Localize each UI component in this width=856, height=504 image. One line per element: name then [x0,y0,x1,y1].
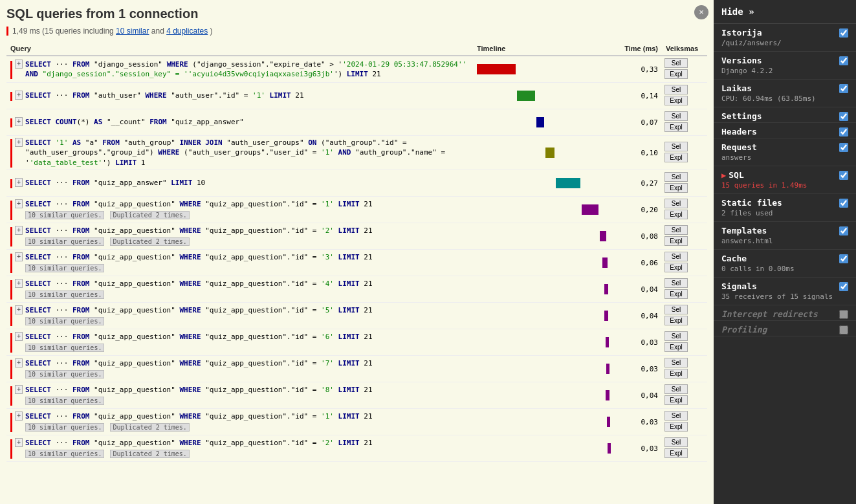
sidebar-item-cache[interactable]: Cache0 calls in 0.00ms [714,250,856,278]
sidebar-item-header-sql[interactable]: ▶SQL [714,166,856,181]
expl-button[interactable]: Expl [664,342,688,352]
sidebar-checkbox-versions[interactable] [839,56,848,65]
sel-button[interactable]: Sel [664,358,688,367]
expand-button[interactable]: + [15,252,23,261]
similar-dup-note: 10 similar queries. Duplicated 2 times. [25,237,469,247]
sidebar-item-sql[interactable]: ▶SQL15 queries in 1.49ms [714,166,856,194]
sidebar-item-header-intercept_redirects[interactable]: Intercept redirects [714,305,856,320]
sidebar-item-static_files[interactable]: Static files2 files used [714,194,856,222]
sel-button[interactable]: Sel [664,252,688,261]
expand-button[interactable]: + [15,305,23,314]
sidebar-item-laikas[interactable]: LaikasCPU: 60.94ms (63.85ms) [714,80,856,107]
expand-button[interactable]: + [15,332,23,341]
duplicated-label: Duplicated 2 times. [110,211,189,219]
sidebar-item-header-settings[interactable]: Settings [714,107,856,122]
sidebar-checkbox-istorija[interactable] [839,28,848,38]
sel-button[interactable]: Sel [664,172,688,182]
expand-button[interactable]: + [15,279,23,288]
sidebar-item-settings[interactable]: Settings [714,107,856,123]
sidebar-item-signals[interactable]: Signals35 receivers of 15 signals [714,278,856,305]
sidebar-checkbox-templates[interactable] [839,226,848,236]
sidebar-item-header-signals[interactable]: Signals [714,278,856,292]
hide-label[interactable]: Hide » [721,6,754,17]
expand-button[interactable]: + [15,385,23,394]
similar-link[interactable]: 10 similar [116,27,149,36]
sidebar-item-header-templates[interactable]: Templates [714,222,856,237]
sidebar-checkbox-sql[interactable] [839,171,848,180]
expl-button[interactable]: Expl [664,316,688,325]
sidebar-checkbox-laikas[interactable] [839,84,848,93]
sel-button[interactable]: Sel [664,278,688,288]
sel-button[interactable]: Sel [664,85,688,94]
sidebar-item-header-laikas[interactable]: Laikas [714,80,856,94]
sel-button[interactable]: Sel [664,305,688,314]
sidebar-item-header-cache[interactable]: Cache [714,250,856,265]
sidebar-checkbox-intercept_redirects[interactable] [839,310,848,319]
expl-button[interactable]: Expl [664,422,688,432]
sel-button[interactable]: Sel [664,225,688,235]
sidebar-checkbox-signals[interactable] [839,282,848,291]
sidebar-item-headers[interactable]: Headers [714,123,856,138]
expl-button[interactable]: Expl [664,96,688,105]
sel-button[interactable]: Sel [664,111,688,121]
expand-button[interactable]: + [15,438,23,447]
sidebar-item-istorija[interactable]: Istorija/quiz/answers/ [714,24,856,52]
sidebar-checkbox-static_files[interactable] [839,199,848,208]
expl-button[interactable]: Expl [664,395,688,405]
expl-button[interactable]: Expl [664,210,688,219]
sel-button[interactable]: Sel [664,58,688,68]
sidebar-checkbox-settings[interactable] [839,112,848,121]
expl-button[interactable]: Expl [664,369,688,378]
expand-button[interactable]: + [15,411,23,421]
expl-button[interactable]: Expl [664,122,688,132]
action-cell: SelExpl [662,56,707,83]
sidebar-item-header-versions[interactable]: Versions [714,52,856,67]
expand-button[interactable]: + [15,178,23,187]
sidebar-item-templates[interactable]: Templatesanswers.html [714,222,856,250]
sidebar-item-intercept_redirects[interactable]: Intercept redirects [714,305,856,321]
timeline-bar [477,64,516,74]
sidebar-item-versions[interactable]: VersionsDjango 4.2.2 [714,52,856,80]
table-row: +SELECT ··· FROM "django_session" WHERE … [6,56,707,83]
expl-button[interactable]: Expl [664,236,688,246]
sidebar-checkbox-headers[interactable] [839,127,848,137]
duplicates-link[interactable]: 4 duplicates [166,27,208,36]
sidebar-item-header-istorija[interactable]: Istorija [714,24,856,39]
sidebar-checkbox-request[interactable] [839,143,848,152]
expand-button[interactable]: + [15,199,23,208]
sidebar-item-header-profiling[interactable]: Profiling [714,321,856,336]
sel-button[interactable]: Sel [664,142,688,151]
sel-button[interactable]: Sel [664,384,688,394]
expl-button[interactable]: Expl [664,289,688,299]
expand-button[interactable]: + [15,226,23,235]
sidebar-item-header-headers[interactable]: Headers [714,123,856,138]
expl-button[interactable]: Expl [664,448,688,458]
sidebar-item-header-static_files[interactable]: Static files [714,194,856,209]
query-text: SELECT ··· FROM "quiz_app_question" WHER… [25,438,469,458]
sidebar-checkbox-profiling[interactable] [839,325,848,334]
sidebar-item-profiling[interactable]: Profiling [714,321,856,336]
sel-button[interactable]: Sel [664,411,688,421]
expl-button[interactable]: Expl [664,183,688,193]
similar-dup-note: 10 similar queries. [25,290,469,300]
sel-button[interactable]: Sel [664,331,688,341]
expand-button[interactable]: + [15,117,23,126]
timeline-bar [517,91,535,101]
expand-button[interactable]: + [15,91,23,100]
expl-button[interactable]: Expl [664,153,688,162]
sidebar-item-header-request[interactable]: Request [714,138,856,153]
sel-button[interactable]: Sel [664,437,688,447]
sidebar-item-title-settings: Settings [721,111,762,121]
timeline-bar-container [477,231,613,241]
expand-button[interactable]: + [15,358,23,367]
query-cell: +SELECT ··· FROM "quiz_app_question" WHE… [6,197,473,223]
sidebar-checkbox-cache[interactable] [839,254,848,263]
close-button[interactable]: × [694,5,708,19]
expand-button[interactable]: + [15,60,23,69]
expl-button[interactable]: Expl [664,69,688,79]
expl-button[interactable]: Expl [664,263,688,272]
action-cell: SelExpl [662,136,707,170]
expand-button[interactable]: + [15,138,23,147]
sel-button[interactable]: Sel [664,199,688,208]
sidebar-item-request[interactable]: Requestanswers [714,138,856,166]
